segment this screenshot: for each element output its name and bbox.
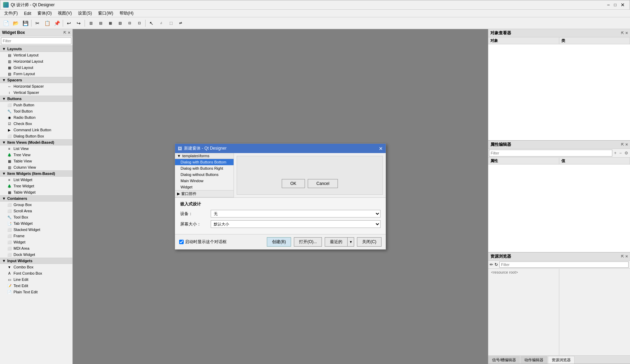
dialog-item-widget[interactable]: Widget [175, 184, 234, 190]
menu-view[interactable]: 视图(V) [55, 10, 75, 17]
screen-size-select[interactable]: 默认大小 320x240 480x320 640x480 800x600 [211, 220, 380, 228]
toolbar-adjust-size[interactable]: ⊡ [135, 19, 144, 28]
category-containers[interactable]: ▼ Containers [0, 195, 72, 202]
widget-plain-text-edit[interactable]: 📄 Plain Text Edit [0, 289, 72, 295]
widget-table-widget[interactable]: ▦ Table Widget [0, 189, 72, 195]
widget-column-view[interactable]: ▥ Column View [0, 164, 72, 170]
toolbar-layout-v[interactable]: ▤ [96, 19, 105, 28]
maximize-button[interactable]: □ [612, 2, 619, 7]
resource-root-item[interactable]: <resource root> [488, 269, 559, 276]
close-button[interactable]: ✕ [619, 2, 627, 8]
widget-widget[interactable]: ⬜ Widget [0, 239, 72, 245]
open-button[interactable]: 打开(O)... [294, 237, 322, 247]
widget-tab-widget[interactable]: 📑 Tab Widget [0, 220, 72, 227]
tab-resource-browser[interactable]: 资源浏览器 [548, 356, 575, 364]
widget-dialog-button-box[interactable]: ⬜ Dialog Button Box [0, 133, 72, 139]
object-inspector-close[interactable]: ✕ [625, 31, 628, 35]
toolbar-layout-grid[interactable]: ▦ [106, 19, 115, 28]
widget-check-box[interactable]: ☑ Check Box [0, 121, 72, 127]
toolbar-undo[interactable]: ↩ [64, 19, 73, 28]
widget-box-close[interactable]: ✕ [68, 31, 70, 35]
widget-font-combo-box[interactable]: A Font Combo Box [0, 270, 72, 276]
widget-horizontal-layout[interactable]: ▥ Horizontal Layout [0, 58, 72, 64]
widget-grid-layout[interactable]: ▦ Grid Layout [0, 64, 72, 71]
toolbar-buddy[interactable]: ⬚ [166, 19, 175, 28]
menu-edit[interactable]: Edit [21, 10, 34, 17]
minimize-button[interactable]: − [605, 2, 612, 8]
category-buttons[interactable]: ▼ Buttons [0, 96, 72, 102]
widget-table-view[interactable]: ▦ Table View [0, 158, 72, 164]
widget-filter-input[interactable] [1, 37, 71, 44]
toolbar-tab-order[interactable]: ⑁ [157, 19, 166, 28]
property-config-btn[interactable]: ⚙ [623, 150, 629, 156]
category-input-widgets[interactable]: ▼ Input Widgets [0, 258, 72, 264]
close-form-button[interactable]: 关闭(C) [357, 237, 382, 247]
dialog-preview-ok[interactable]: OK [282, 179, 305, 188]
widget-command-link-button[interactable]: ▶ Command Link Button [0, 127, 72, 133]
dialog-item-buttons-right[interactable]: Dialog with Buttons Right [175, 165, 234, 171]
widget-frame[interactable]: ⬜ Frame [0, 233, 72, 239]
tab-action-editor[interactable]: 动作编辑器 [520, 356, 547, 364]
widget-tree-view[interactable]: 🌲 Tree View [0, 152, 72, 158]
widget-vertical-spacer[interactable]: ↕ Vertical Spacer [0, 89, 72, 96]
widget-form-layout[interactable]: ▧ Form Layout [0, 71, 72, 77]
startup-checkbox[interactable]: 启动时显示这个对话框 [179, 239, 264, 245]
object-inspector-float[interactable]: ⇱ [621, 31, 624, 35]
widget-push-button[interactable]: ⬜ Push Button [0, 102, 72, 108]
toolbar-layout-form[interactable]: ▧ [115, 19, 124, 28]
widget-tool-button[interactable]: 🔧 Tool Button [0, 108, 72, 114]
category-item-widgets[interactable]: ▼ Item Widgets (Item-Based) [0, 170, 72, 177]
widget-vertical-layout[interactable]: ▤ Vertical Layout [0, 52, 72, 58]
menu-form[interactable]: 窗体(O) [35, 10, 54, 17]
category-spacers[interactable]: ▼ Spacers [0, 77, 72, 83]
widget-list-view[interactable]: ≡ List View [0, 145, 72, 152]
widget-box-float[interactable]: ⇱ [63, 31, 66, 35]
widget-group-box[interactable]: ⬜ Group Box [0, 202, 72, 208]
widget-dock-widget[interactable]: ⬜ Dock Widget [0, 251, 72, 258]
toolbar-cut[interactable]: ✂ [33, 19, 42, 28]
menu-window[interactable]: 窗口(W) [95, 10, 116, 17]
toolbar-save[interactable]: 💾 [21, 19, 30, 28]
resource-filter-input[interactable] [499, 261, 629, 268]
dialog-tree-header[interactable]: ▼ templates\forms [175, 153, 234, 159]
recent-dropdown[interactable]: ▼ [348, 237, 354, 247]
dialog-preview-cancel[interactable]: Cancel [308, 179, 338, 188]
widget-radio-button[interactable]: ◉ Radio Button [0, 114, 72, 121]
property-filter-input[interactable] [489, 150, 612, 157]
category-item-views[interactable]: ▼ Item Views (Model-Based) [0, 139, 72, 145]
create-button[interactable]: 创建(B) [267, 237, 291, 247]
menu-file[interactable]: 文件(F) [1, 10, 20, 17]
toolbar-paste[interactable]: 📌 [52, 19, 61, 28]
widget-stacked-widget[interactable]: ⬜ Stacked Widget [0, 227, 72, 233]
property-editor-close[interactable]: ✕ [625, 143, 628, 147]
dialog-item-buttons-bottom[interactable]: Dialog with Buttons Bottom [175, 159, 234, 165]
recent-button[interactable]: 最近的 [325, 237, 348, 247]
widget-combo-box[interactable]: ▼ Combo Box [0, 264, 72, 270]
widget-tool-box[interactable]: 🔧 Tool Box [0, 214, 72, 220]
startup-checkbox-input[interactable] [179, 240, 184, 244]
toolbar-layout-h[interactable]: ▥ [86, 19, 95, 28]
widget-scroll-area[interactable]: ⬜ Scroll Area [0, 208, 72, 214]
menu-settings[interactable]: 设置(S) [75, 10, 95, 17]
widget-tree-widget[interactable]: 🌲 Tree Widget [0, 183, 72, 189]
widget-mdi-area[interactable]: ⬜ MDI Area [0, 245, 72, 251]
property-editor-float[interactable]: ⇱ [621, 143, 624, 147]
property-remove-btn[interactable]: − [618, 150, 623, 156]
resource-browser-float[interactable]: ⇱ [621, 255, 624, 258]
resource-reload-btn[interactable]: ↻ [495, 262, 498, 267]
toolbar-redo[interactable]: ↪ [74, 19, 83, 28]
property-add-btn[interactable]: + [613, 150, 618, 156]
toolbar-new[interactable]: 📄 [1, 19, 10, 28]
toolbar-pointer[interactable]: ↖ [147, 19, 156, 28]
menu-help[interactable]: 帮助(H) [117, 10, 137, 17]
widget-text-edit[interactable]: 📝 Text Edit [0, 283, 72, 289]
device-select[interactable]: 无 [211, 210, 380, 217]
toolbar-open[interactable]: 📂 [11, 19, 20, 28]
widget-list-widget[interactable]: ≡ List Widget [0, 177, 72, 183]
toolbar-signal-slot[interactable]: ⇌ [176, 19, 185, 28]
category-layouts[interactable]: ▼ Layouts [0, 46, 72, 52]
resource-edit-btn[interactable]: ✏ [490, 262, 493, 267]
dialog-item-no-buttons[interactable]: Dialog without Buttons [175, 171, 234, 178]
dialog-item-main-window[interactable]: Main Window [175, 178, 234, 184]
dialog-close-icon[interactable]: ✕ [379, 146, 383, 151]
